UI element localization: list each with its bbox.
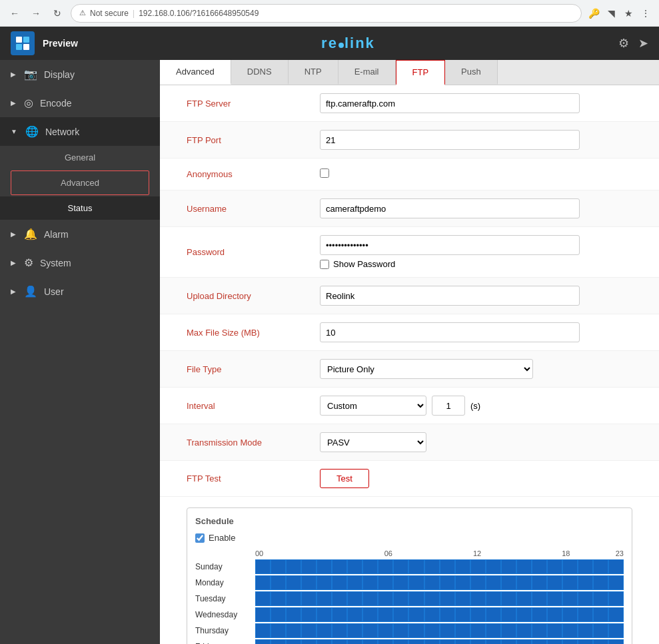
schedule-cell[interactable] [486, 575, 501, 590]
schedule-cell[interactable] [440, 607, 455, 622]
schedule-cell[interactable] [470, 575, 486, 590]
schedule-cell[interactable] [516, 639, 532, 644]
schedule-cell[interactable] [440, 575, 455, 590]
cast-icon-btn[interactable]: ◥ [604, 7, 618, 20]
schedule-cell[interactable] [501, 639, 516, 644]
schedule-cell[interactable] [532, 607, 547, 622]
schedule-cell[interactable] [408, 623, 424, 638]
schedule-cell[interactable] [547, 607, 562, 622]
schedule-cell[interactable] [408, 591, 424, 606]
schedule-cell[interactable] [578, 559, 593, 574]
schedule-cell[interactable] [501, 607, 516, 622]
schedule-cell[interactable] [317, 607, 332, 622]
menu-icon-btn[interactable]: ⋮ [639, 7, 652, 20]
schedule-cell[interactable] [455, 575, 470, 590]
upload-dir-input[interactable] [320, 286, 580, 306]
schedule-cell[interactable] [301, 559, 317, 574]
schedule-cell[interactable] [516, 607, 532, 622]
reload-button[interactable]: ↻ [49, 5, 65, 21]
schedule-cell[interactable] [347, 607, 362, 622]
schedule-cell[interactable] [286, 623, 301, 638]
schedule-cell[interactable] [455, 559, 470, 574]
schedule-cell[interactable] [593, 591, 608, 606]
schedule-cell[interactable] [362, 607, 378, 622]
anonymous-checkbox[interactable] [320, 168, 329, 178]
schedule-cell[interactable] [486, 639, 501, 644]
schedule-cell[interactable] [378, 639, 393, 644]
schedule-enable-checkbox[interactable] [195, 533, 205, 543]
schedule-cell[interactable] [362, 591, 378, 606]
schedule-cell[interactable] [301, 607, 317, 622]
schedule-cell[interactable] [332, 623, 347, 638]
schedule-cell[interactable] [378, 591, 393, 606]
schedule-cell[interactable] [362, 559, 378, 574]
schedule-cell[interactable] [378, 559, 393, 574]
schedule-cell[interactable] [562, 575, 578, 590]
schedule-cell[interactable] [317, 623, 332, 638]
schedule-cell[interactable] [532, 575, 547, 590]
forward-button[interactable]: → [28, 5, 44, 21]
max-file-size-input[interactable] [320, 322, 580, 342]
schedule-cell[interactable] [393, 607, 408, 622]
schedule-cell[interactable] [578, 639, 593, 644]
key-icon-btn[interactable]: 🔑 [587, 7, 600, 20]
schedule-cell[interactable] [593, 559, 608, 574]
schedule-cell[interactable] [271, 559, 286, 574]
schedule-cell[interactable] [393, 591, 408, 606]
schedule-cell[interactable] [393, 575, 408, 590]
schedule-cell[interactable] [271, 623, 286, 638]
schedule-cell[interactable] [393, 639, 408, 644]
schedule-cell[interactable] [255, 575, 271, 590]
schedule-cell[interactable] [271, 607, 286, 622]
schedule-cell[interactable] [562, 559, 578, 574]
schedule-cell[interactable] [424, 639, 440, 644]
schedule-cell[interactable] [578, 623, 593, 638]
tab-ntp[interactable]: NTP [289, 60, 338, 85]
sidebar-sub-item-advanced[interactable]: Advanced [11, 170, 149, 195]
schedule-cell[interactable] [362, 575, 378, 590]
schedule-cell[interactable] [516, 559, 532, 574]
schedule-cell[interactable] [301, 639, 317, 644]
schedule-cell[interactable] [440, 623, 455, 638]
schedule-cell[interactable] [501, 559, 516, 574]
bookmark-icon-btn[interactable]: ★ [622, 7, 635, 20]
schedule-cell[interactable] [440, 559, 455, 574]
sidebar-sub-item-general[interactable]: General [0, 146, 160, 169]
schedule-cell[interactable] [347, 591, 362, 606]
schedule-cell[interactable] [255, 639, 271, 644]
interval-select[interactable]: Custom 1s 5s 10s 30s 1min [320, 396, 426, 416]
schedule-cell[interactable] [470, 591, 486, 606]
schedule-cell[interactable] [608, 575, 624, 590]
schedule-cell[interactable] [301, 591, 317, 606]
tab-ftp[interactable]: FTP [396, 60, 446, 85]
schedule-cell[interactable] [378, 575, 393, 590]
schedule-cells[interactable] [255, 559, 624, 574]
schedule-cell[interactable] [393, 623, 408, 638]
schedule-cell[interactable] [486, 591, 501, 606]
schedule-cell[interactable] [486, 623, 501, 638]
schedule-cell[interactable] [378, 623, 393, 638]
schedule-cell[interactable] [408, 575, 424, 590]
schedule-cell[interactable] [440, 591, 455, 606]
schedule-cell[interactable] [532, 559, 547, 574]
schedule-cell[interactable] [362, 639, 378, 644]
schedule-cell[interactable] [547, 559, 562, 574]
schedule-cell[interactable] [516, 623, 532, 638]
schedule-cell[interactable] [562, 623, 578, 638]
schedule-cell[interactable] [547, 623, 562, 638]
schedule-cell[interactable] [286, 607, 301, 622]
schedule-cell[interactable] [332, 575, 347, 590]
schedule-cell[interactable] [317, 591, 332, 606]
schedule-cell[interactable] [286, 639, 301, 644]
schedule-cell[interactable] [455, 591, 470, 606]
schedule-cell[interactable] [424, 591, 440, 606]
schedule-cell[interactable] [317, 559, 332, 574]
schedule-cell[interactable] [408, 639, 424, 644]
sidebar-item-system[interactable]: ▶ ⚙ System [0, 248, 160, 277]
schedule-cell[interactable] [532, 623, 547, 638]
schedule-cell[interactable] [608, 591, 624, 606]
schedule-cell[interactable] [455, 607, 470, 622]
schedule-cell[interactable] [286, 575, 301, 590]
schedule-cell[interactable] [608, 639, 624, 644]
schedule-cell[interactable] [532, 591, 547, 606]
